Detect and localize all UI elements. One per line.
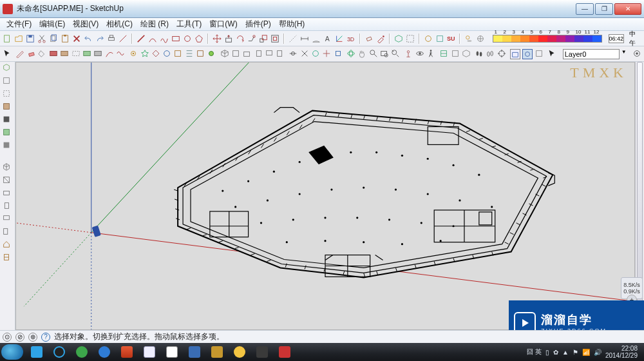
walk-step-icon[interactable] (475, 49, 484, 59)
redo-icon[interactable] (95, 34, 104, 44)
pal-solid-icon[interactable] (2, 115, 14, 126)
tray-up-icon[interactable]: ▲ (562, 349, 569, 356)
scale-icon[interactable] (259, 34, 268, 44)
paste-icon[interactable] (61, 34, 70, 44)
style-wire-icon[interactable] (49, 49, 58, 59)
move-icon[interactable] (213, 34, 222, 44)
maximize-button[interactable]: ❐ (595, 3, 613, 15)
pal-tex-icon[interactable] (2, 128, 14, 139)
tray-clock[interactable]: 22:082014/12/29 (605, 345, 638, 359)
3dtext-icon[interactable]: 3D (346, 34, 355, 44)
style-shaded-icon[interactable] (71, 49, 80, 59)
close-button[interactable]: ✕ (614, 3, 641, 15)
style-hidden-icon[interactable] (60, 49, 69, 59)
look-around-icon[interactable] (415, 49, 424, 59)
pal-left-icon[interactable] (2, 227, 14, 239)
tool-eraser2-icon[interactable] (27, 49, 36, 59)
menu-window[interactable]: 窗口(W) (205, 19, 241, 30)
task-app-2[interactable] (48, 344, 70, 360)
layer-dropdown-icon[interactable]: ▼ (621, 49, 630, 59)
task-app-3[interactable] (71, 344, 93, 360)
curve-b-icon[interactable] (116, 49, 125, 59)
plugin-a-icon[interactable] (424, 34, 433, 44)
curve-a-icon[interactable] (105, 49, 114, 59)
task-app-10[interactable] (229, 344, 251, 360)
section-cut-icon[interactable] (462, 49, 471, 59)
task-app-5[interactable] (116, 344, 138, 360)
status-icon-c[interactable]: ⊕ (28, 333, 37, 342)
task-app-7[interactable] (161, 344, 183, 360)
task-app-4[interactable] (93, 344, 115, 360)
text-icon[interactable]: A (323, 34, 332, 44)
group-icon[interactable] (406, 34, 415, 44)
circle-icon[interactable] (183, 34, 192, 44)
gearset-b-icon[interactable] (140, 49, 149, 59)
gearset-a-icon[interactable] (129, 49, 138, 59)
section-icon[interactable] (439, 49, 448, 59)
misc-b-icon[interactable] (300, 49, 309, 59)
walk-step2-icon[interactable] (486, 49, 495, 59)
start-button[interactable] (1, 344, 23, 360)
menu-help[interactable]: 帮助(H) (275, 19, 309, 30)
component-icon[interactable] (394, 34, 403, 44)
layer-visible-icon[interactable] (632, 49, 641, 59)
view-right-icon[interactable] (254, 49, 263, 59)
pal-iso-icon[interactable] (2, 162, 14, 174)
view-iso-icon[interactable] (220, 49, 229, 59)
select-icon[interactable] (3, 49, 12, 59)
followme-icon[interactable] (247, 34, 256, 44)
system-tray[interactable]: 囧 英 ▯ ✿ ▲ ⚑ 📶 🔊 22:082014/12/29 (527, 345, 643, 359)
menu-tools[interactable]: 工具(T) (173, 19, 205, 30)
task-app-11[interactable] (251, 344, 273, 360)
misc-d-icon[interactable] (322, 49, 331, 59)
shadow-icon[interactable] (464, 34, 473, 44)
paint-icon[interactable] (376, 34, 385, 44)
offset-icon[interactable] (270, 34, 279, 44)
position-camera-icon[interactable] (404, 49, 413, 59)
task-app-1[interactable] (26, 344, 48, 360)
pal-edge-icon[interactable] (2, 89, 14, 101)
cut-icon[interactable] (37, 34, 46, 44)
protractor-icon[interactable] (312, 34, 321, 44)
walk-icon[interactable] (426, 49, 435, 59)
menu-file[interactable]: 文件(F) (3, 19, 35, 30)
section-display-icon[interactable] (451, 49, 460, 59)
task-app-8[interactable] (184, 344, 205, 360)
help-icon[interactable]: ? (41, 333, 50, 342)
month-scale[interactable]: 1 2 3 4 5 6 7 8 9 10 11 12 (493, 35, 602, 43)
new-icon[interactable] (3, 34, 12, 44)
view-front-icon[interactable] (242, 49, 251, 59)
status-icon-b[interactable]: ⊘ (15, 333, 24, 342)
tray-vol-icon[interactable]: 🔊 (594, 349, 601, 356)
pal-cabinet-icon[interactable] (2, 253, 14, 264)
line-icon[interactable] (137, 34, 146, 44)
layer-input[interactable] (563, 49, 620, 59)
target-icon[interactable] (497, 49, 506, 59)
tray-ime[interactable]: 囧 英 (527, 347, 542, 356)
rotate-icon[interactable] (236, 34, 245, 44)
pal-cube-icon[interactable] (2, 63, 14, 75)
print-icon[interactable] (107, 34, 116, 44)
pan-icon[interactable] (357, 49, 366, 59)
copy-icon[interactable] (49, 34, 58, 44)
tool-bucket-icon[interactable] (38, 49, 47, 59)
box-a-icon[interactable] (510, 49, 520, 59)
tray-net-icon[interactable]: 📶 (582, 349, 590, 356)
pal-face-icon[interactable] (2, 76, 14, 88)
misc-e-icon[interactable] (334, 49, 343, 59)
delete-icon[interactable] (72, 34, 81, 44)
box-b-icon[interactable] (522, 49, 533, 59)
shadow-settings-icon[interactable] (476, 34, 485, 44)
gearset-d-icon[interactable] (162, 49, 171, 59)
open-icon[interactable] (14, 34, 23, 44)
menu-view[interactable]: 视图(V) (69, 19, 102, 30)
gearset-g-icon[interactable] (196, 49, 205, 59)
pal-house-icon[interactable] (2, 240, 14, 251)
arc-icon[interactable] (148, 34, 157, 44)
view-back-icon[interactable] (265, 49, 274, 59)
axes-icon[interactable] (335, 34, 344, 44)
pal-back-icon[interactable] (2, 214, 14, 226)
menu-edit[interactable]: 编辑(E) (35, 19, 69, 30)
style-tex-icon[interactable] (82, 49, 91, 59)
plugin-c-icon[interactable]: SU (447, 34, 455, 44)
